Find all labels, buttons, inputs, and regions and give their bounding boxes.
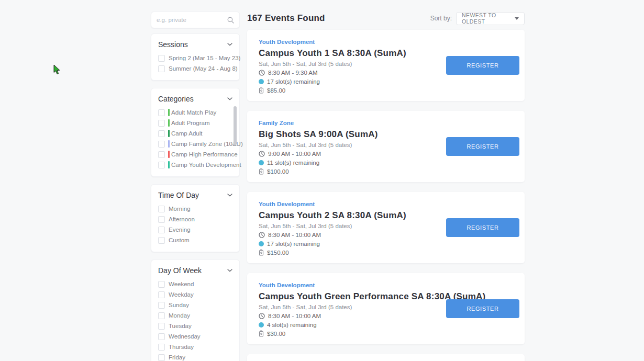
event-card: Youth Development Campus Youth 1 SA 8:30… — [247, 30, 525, 101]
chevron-down-icon[interactable] — [227, 269, 232, 272]
checkbox[interactable] — [158, 141, 165, 148]
checkbox[interactable] — [158, 281, 165, 288]
option-label: Morning — [169, 206, 191, 212]
sort-control: Sort by: NEWEST TO OLDEST — [430, 12, 525, 25]
categories-header[interactable]: Categories — [158, 94, 232, 104]
event-slots: 17 slot(s) remaining — [267, 241, 320, 247]
checkbox[interactable] — [158, 227, 165, 233]
day-of-week-title: Day Of Week — [158, 266, 202, 275]
sessions-title: Sessions — [158, 40, 188, 49]
checkbox[interactable] — [158, 333, 165, 340]
search-icon[interactable] — [227, 17, 234, 24]
sort-value: NEWEST TO OLDEST — [462, 12, 515, 25]
checkbox[interactable] — [158, 130, 165, 137]
day-filter-option[interactable]: Wednesday — [158, 331, 232, 342]
checkbox[interactable] — [158, 65, 165, 72]
day-of-week-header[interactable]: Day Of Week — [158, 265, 232, 276]
chevron-down-icon[interactable] — [227, 194, 232, 197]
checkbox[interactable] — [158, 323, 165, 330]
checkbox[interactable] — [158, 344, 165, 351]
event-time: 8:30 AM - 10:00 AM — [268, 313, 321, 319]
day-filter-option[interactable]: Monday — [158, 310, 232, 321]
day-filter-option[interactable]: Friday — [158, 352, 232, 361]
event-category-link[interactable]: Family Zone — [259, 119, 294, 127]
category-filter-option[interactable]: Camp Youth Development — [158, 160, 232, 170]
category-color-bar — [168, 109, 170, 116]
event-time: 8:30 AM - 10:00 AM — [268, 232, 321, 238]
day-filter-option[interactable]: Weekday — [158, 289, 232, 300]
checkbox[interactable] — [158, 151, 165, 158]
checkbox[interactable] — [158, 55, 165, 62]
category-filter-option[interactable]: Adult Program — [158, 118, 232, 128]
category-filter-option[interactable]: Camp High Performance — [158, 149, 232, 160]
categories-scrollbar[interactable] — [234, 106, 237, 145]
option-label: Wednesday — [169, 333, 201, 340]
event-card: Family Zone Big Shots SA 9:00A (SumA) Sa… — [247, 111, 525, 182]
checkbox[interactable] — [158, 206, 165, 212]
category-filter-option[interactable]: Camp Adult — [158, 128, 232, 139]
register-button[interactable]: REGISTER — [446, 137, 519, 156]
search-input[interactable] — [157, 17, 227, 23]
register-button[interactable]: REGISTER — [446, 218, 519, 237]
event-list: Youth Development Campus Youth 1 SA 8:30… — [247, 30, 525, 344]
checkbox[interactable] — [158, 120, 165, 127]
event-category-link[interactable]: Youth Development — [259, 281, 315, 289]
category-filter-option[interactable]: Camp Family Zone (10&U) — [158, 139, 232, 149]
event-price-row: $150.00 — [259, 248, 513, 257]
time-filter-option[interactable]: Custom — [158, 235, 232, 245]
category-filter-option[interactable]: Adult Match Play — [158, 107, 232, 118]
session-filter-option[interactable]: Spring 2 (Mar 15 - May 23) — [158, 53, 232, 63]
day-filter-option[interactable]: Sunday — [158, 300, 232, 310]
category-color-bar — [168, 130, 170, 137]
clock-icon — [259, 151, 265, 157]
event-price: $100.00 — [267, 168, 289, 175]
checkbox[interactable] — [158, 216, 165, 223]
results-header: 167 Events Found Sort by: NEWEST TO OLDE… — [247, 12, 525, 25]
sessions-header[interactable]: Sessions — [158, 39, 232, 50]
results-count: 167 Events Found — [247, 13, 325, 24]
sort-select[interactable]: NEWEST TO OLDEST — [456, 12, 525, 25]
day-filter-option[interactable]: Thursday — [158, 342, 232, 352]
chevron-down-icon[interactable] — [227, 97, 232, 100]
register-button[interactable]: REGISTER — [446, 56, 519, 75]
time-of-day-header[interactable]: Time Of Day — [158, 190, 232, 200]
option-label: Spring 2 (Mar 15 - May 23) — [169, 55, 240, 61]
event-slots-row: 11 slot(s) remaining — [259, 158, 513, 167]
slots-dot-icon — [259, 160, 264, 165]
chevron-down-icon[interactable] — [227, 43, 232, 46]
sessions-options: Spring 2 (Mar 15 - May 23) Summer (May 2… — [158, 53, 232, 74]
checkbox[interactable] — [158, 354, 165, 361]
caret-down-icon — [515, 17, 519, 20]
event-category-link[interactable]: Youth Development — [259, 38, 315, 46]
clock-icon — [259, 313, 265, 319]
register-button[interactable]: REGISTER — [446, 299, 519, 318]
search-box[interactable] — [151, 12, 240, 28]
time-of-day-options: Morning Afternoon Evening Custom — [158, 204, 232, 245]
slots-dot-icon — [259, 79, 264, 84]
day-of-week-panel: Day Of Week Weekend Weekday Sunda — [151, 260, 240, 361]
option-label: Weekday — [169, 291, 194, 298]
clock-icon — [259, 70, 265, 76]
checkbox[interactable] — [158, 162, 165, 168]
events-main: 167 Events Found Sort by: NEWEST TO OLDE… — [247, 12, 525, 361]
option-label: Thursday — [169, 344, 194, 350]
checkbox[interactable] — [158, 302, 165, 309]
checkbox[interactable] — [158, 312, 165, 319]
time-filter-option[interactable]: Afternoon — [158, 214, 232, 224]
session-filter-option[interactable]: Summer (May 24 - Aug 8) — [158, 63, 232, 74]
event-category-link[interactable]: Youth Development — [259, 200, 315, 208]
event-slots-row: 4 slot(s) remaining — [259, 320, 513, 329]
checkbox[interactable] — [158, 237, 165, 244]
option-label: Tuesday — [169, 323, 192, 329]
event-price: $85.00 — [267, 87, 285, 94]
day-filter-option[interactable]: Tuesday — [158, 321, 232, 331]
event-slots-row: 17 slot(s) remaining — [259, 239, 513, 248]
day-filter-option[interactable]: Weekend — [158, 279, 232, 289]
checkbox[interactable] — [158, 109, 165, 116]
sort-label: Sort by: — [430, 15, 452, 22]
checkbox[interactable] — [158, 291, 165, 298]
time-filter-option[interactable]: Evening — [158, 224, 232, 235]
filter-sidebar: Sessions Spring 2 (Mar 15 - May 23) Summ… — [151, 12, 240, 361]
event-card: Youth Development Campus Youth Green Per… — [247, 273, 525, 344]
time-filter-option[interactable]: Morning — [158, 204, 232, 214]
